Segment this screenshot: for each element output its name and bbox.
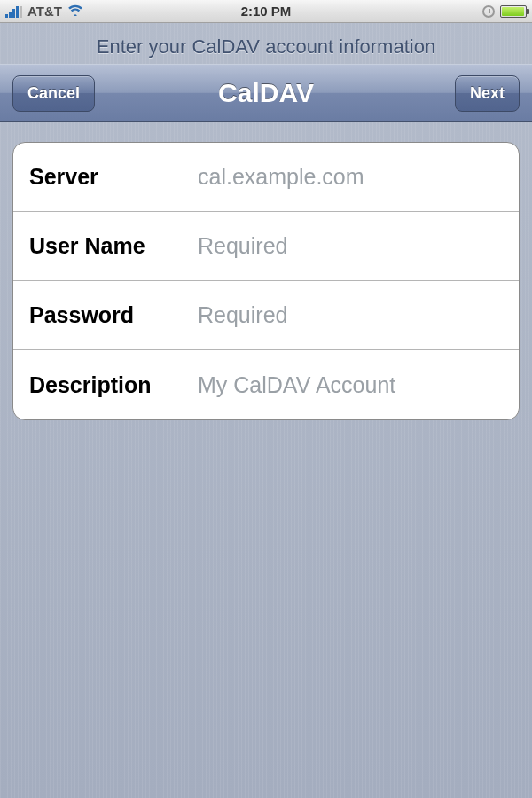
next-button[interactable]: Next — [455, 75, 520, 112]
username-input[interactable] — [198, 233, 503, 259]
battery-icon — [500, 5, 527, 18]
account-form: Server User Name Password Description — [12, 142, 520, 420]
description-row[interactable]: Description — [13, 350, 519, 419]
password-input[interactable] — [198, 302, 503, 328]
server-label: Server — [29, 164, 198, 190]
description-input[interactable] — [198, 372, 503, 398]
username-label: User Name — [29, 233, 198, 259]
clock-time: 2:10 PM — [0, 4, 532, 19]
navigation-bar: Cancel CalDAV Next — [0, 64, 532, 122]
password-row[interactable]: Password — [13, 281, 519, 350]
status-right — [482, 5, 527, 18]
server-row[interactable]: Server — [13, 143, 519, 212]
instruction-text: Enter your CalDAV account information — [0, 23, 532, 64]
location-clock-icon — [482, 5, 495, 18]
description-label: Description — [29, 372, 198, 398]
server-input[interactable] — [198, 164, 503, 190]
status-bar: AT&T 2:10 PM — [0, 0, 532, 23]
username-row[interactable]: User Name — [13, 212, 519, 281]
cancel-button[interactable]: Cancel — [12, 75, 95, 112]
password-label: Password — [29, 302, 198, 328]
